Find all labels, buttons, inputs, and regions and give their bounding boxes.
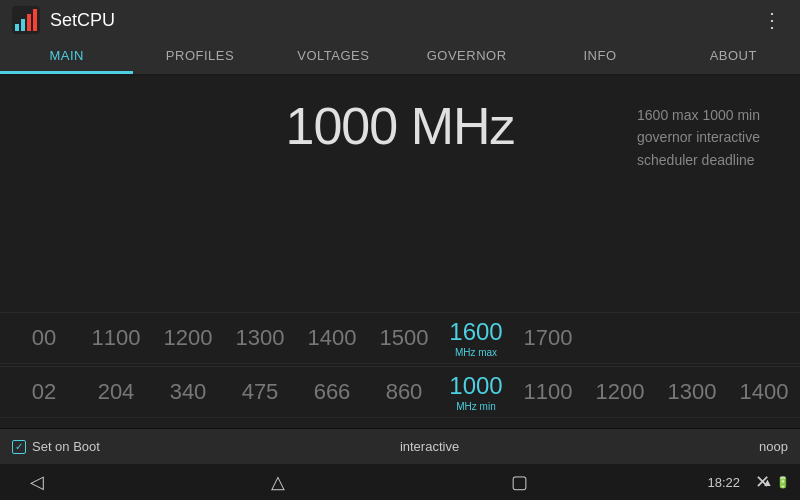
scroller-num: 1100 — [512, 379, 584, 405]
tab-profiles[interactable]: Profiles — [133, 40, 266, 74]
svg-rect-4 — [33, 9, 37, 31]
tab-governor[interactable]: Governor — [400, 40, 533, 74]
boot-checkbox[interactable] — [12, 440, 26, 454]
scroller-num: 1300 — [656, 379, 728, 405]
freq-info-block: 1600 max 1000 min governor interactive s… — [637, 104, 760, 171]
scroller-num: 340 — [152, 379, 224, 405]
min-freq-scroller[interactable]: 02 204 340 475 666 860 1000MHz min 1100 … — [0, 366, 800, 418]
scroller-num: 1500 — [368, 325, 440, 351]
current-frequency: 1000 MHz — [286, 96, 515, 156]
svg-rect-1 — [15, 24, 19, 31]
svg-rect-3 — [27, 14, 31, 31]
freq-info-line3: scheduler deadline — [637, 152, 755, 168]
min-scroller-numbers: 02 204 340 475 666 860 1000MHz min 1100 … — [0, 372, 800, 412]
scroller-num: 1100 — [80, 325, 152, 351]
scroller-num: 475 — [224, 379, 296, 405]
max-freq-scroller[interactable]: 00 1100 1200 1300 1400 1500 1600MHz max … — [0, 312, 800, 364]
scroller-num: 1700 — [512, 325, 584, 351]
set-on-boot-control[interactable]: Set on Boot — [12, 439, 100, 454]
home-icon[interactable]: △ — [271, 471, 285, 493]
frequency-display: 1000 MHz 1600 max 1000 min governor inte… — [0, 96, 800, 156]
scheduler-value: noop — [759, 439, 788, 454]
freq-info-line1: 1600 max 1000 min — [637, 107, 760, 123]
scrollers-area: 00 1100 1200 1300 1400 1500 1600MHz max … — [0, 312, 800, 418]
scroller-num: 1300 — [224, 325, 296, 351]
freq-info-line2: governor interactive — [637, 129, 760, 145]
tab-voltages[interactable]: Voltages — [267, 40, 400, 74]
navbar: ◁ △ ▢ ✕ 18:22 ▲ 🔋 — [0, 464, 800, 500]
scroller-num: 1200 — [152, 325, 224, 351]
max-freq-label: MHz max — [440, 347, 512, 358]
tab-main[interactable]: Main — [0, 40, 133, 74]
scroller-num: 860 — [368, 379, 440, 405]
main-content: 1000 MHz 1600 max 1000 min governor inte… — [0, 76, 800, 428]
titlebar: SetCPU ⋮ — [0, 0, 800, 40]
scroller-num: 204 — [80, 379, 152, 405]
governor-value: interactive — [100, 439, 759, 454]
status-icons: ▲ 🔋 — [762, 476, 790, 489]
scroller-num: 1400 — [728, 379, 800, 405]
svg-rect-2 — [21, 19, 25, 31]
min-freq-active-value: 1000MHz min — [440, 372, 512, 412]
statusbar: Set on Boot interactive noop — [0, 428, 800, 464]
tab-about[interactable]: About — [667, 40, 800, 74]
scroller-num: 02 — [8, 379, 80, 405]
app-logo-icon — [12, 6, 40, 34]
system-time: 18:22 — [707, 475, 740, 490]
boot-label: Set on Boot — [32, 439, 100, 454]
max-freq-active-value: 1600MHz max — [440, 318, 512, 358]
scroller-num: 1200 — [584, 379, 656, 405]
recents-icon[interactable]: ▢ — [511, 471, 528, 493]
back-icon[interactable]: ◁ — [30, 471, 44, 493]
tab-info[interactable]: Info — [533, 40, 666, 74]
scroller-num: 666 — [296, 379, 368, 405]
min-freq-label: MHz min — [440, 401, 512, 412]
app-title: SetCPU — [50, 10, 756, 31]
scroller-num: 00 — [8, 325, 80, 351]
tabbar: Main Profiles Voltages Governor Info Abo… — [0, 40, 800, 76]
max-scroller-numbers: 00 1100 1200 1300 1400 1500 1600MHz max … — [0, 318, 800, 358]
scroller-num: 1400 — [296, 325, 368, 351]
overflow-menu-icon[interactable]: ⋮ — [756, 4, 788, 36]
